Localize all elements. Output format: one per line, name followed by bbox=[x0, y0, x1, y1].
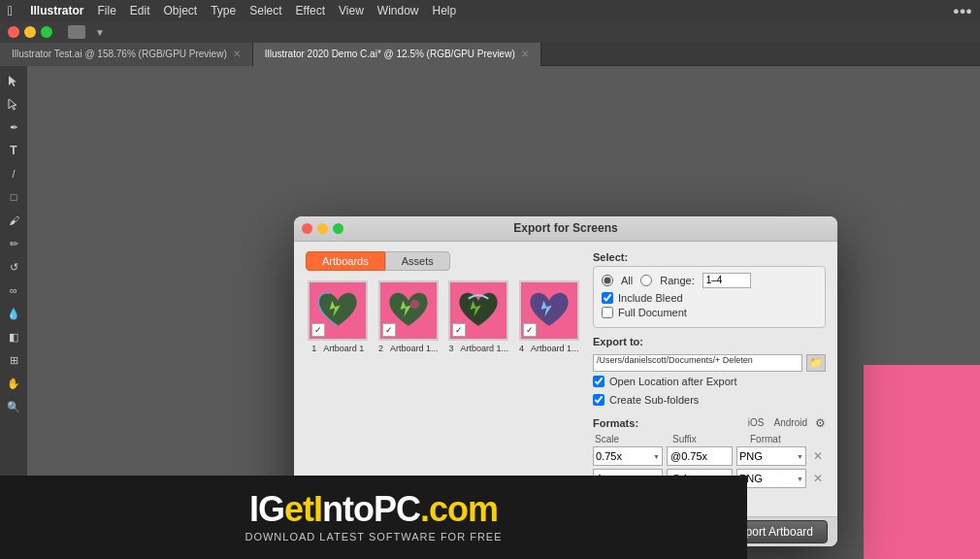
create-subfolders-label: Create Sub-folders bbox=[609, 394, 699, 406]
close-button[interactable] bbox=[8, 26, 19, 38]
tab-test-ai[interactable]: Illustrator Test.ai @ 158.76% (RGB/GPU P… bbox=[0, 43, 253, 66]
window-controls-row: ▼ bbox=[0, 21, 980, 43]
apple-menu[interactable]:  bbox=[8, 3, 13, 18]
tool-blend[interactable]: ∞ bbox=[3, 280, 24, 301]
background-artboard bbox=[864, 365, 980, 559]
maximize-button[interactable] bbox=[41, 26, 52, 38]
svg-point-2 bbox=[410, 299, 419, 308]
minimize-button[interactable] bbox=[24, 26, 36, 38]
formats-label: Formats: bbox=[593, 417, 748, 429]
range-label: Range: bbox=[660, 275, 694, 286]
home-icon[interactable] bbox=[68, 25, 85, 39]
modal-minimize-button[interactable] bbox=[317, 223, 328, 234]
banner-logo-text: IGetIntoPC.com bbox=[249, 492, 498, 527]
create-subfolders-checkbox[interactable] bbox=[593, 394, 604, 406]
create-subfolders-row: Create Sub-folders bbox=[593, 394, 826, 406]
tab-close-1[interactable]: ✕ bbox=[521, 49, 529, 59]
tab-artboards[interactable]: Artboards bbox=[306, 251, 385, 271]
artboard-item-1[interactable]: ✓ 1 Artboard 1 bbox=[306, 280, 371, 353]
tab-close-0[interactable]: ✕ bbox=[233, 49, 241, 59]
artboard-thumb-2: ✓ bbox=[378, 280, 439, 341]
menu-file[interactable]: File bbox=[97, 4, 115, 17]
tool-line[interactable]: / bbox=[3, 163, 24, 184]
time-display: ●●● bbox=[953, 5, 972, 16]
include-bleed-row: Include Bleed bbox=[602, 292, 817, 304]
format-select-1[interactable]: PNG SVG PDF JPEG bbox=[736, 446, 806, 466]
tool-direct-select[interactable] bbox=[3, 93, 24, 115]
menu-edit[interactable]: Edit bbox=[130, 4, 150, 17]
tool-eyedropper[interactable]: 💧 bbox=[3, 303, 24, 324]
tab-demo-ai[interactable]: Illustrator 2020 Demo C.ai* @ 12.5% (RGB… bbox=[253, 43, 541, 66]
gear-icon[interactable]: ⚙ bbox=[815, 416, 826, 430]
tool-rotate[interactable]: ↺ bbox=[3, 256, 24, 278]
tool-hand[interactable]: ✋ bbox=[3, 373, 24, 394]
include-bleed-label: Include Bleed bbox=[618, 292, 683, 304]
igetintopc-banner: IGetIntoPC.com Download Latest Software … bbox=[0, 476, 747, 559]
tool-gradient[interactable]: ◧ bbox=[3, 326, 24, 347]
modal-left-panel: Artboards Assets bbox=[306, 251, 581, 507]
modal-close-button[interactable] bbox=[302, 223, 312, 234]
export-path-row: /Users/danielscott/Documents/+ Deleten 📁 bbox=[593, 354, 826, 372]
range-value-input[interactable] bbox=[702, 273, 751, 288]
suffix-input-1[interactable] bbox=[667, 446, 733, 466]
full-document-checkbox[interactable] bbox=[602, 307, 613, 318]
full-document-label: Full Document bbox=[618, 307, 687, 318]
tab-assets[interactable]: Assets bbox=[385, 251, 450, 271]
modal-right-panel: Select: All Range: Include Bleed bbox=[593, 251, 826, 507]
artboard-check-2[interactable]: ✓ bbox=[382, 323, 396, 337]
menu-window[interactable]: Window bbox=[377, 4, 419, 17]
menu-select[interactable]: Select bbox=[249, 4, 281, 17]
artboard-grid: ✓ 1 Artboard 1 bbox=[306, 280, 581, 353]
menu-effect[interactable]: Effect bbox=[296, 4, 325, 17]
artboard-item-4[interactable]: ✓ 4 Artboard 1... bbox=[517, 280, 582, 353]
open-location-row: Open Location after Export bbox=[593, 376, 826, 387]
app-name: Illustrator bbox=[30, 4, 83, 17]
ios-label[interactable]: iOS bbox=[748, 417, 765, 428]
artboard-label-3: 3 Artboard 1... bbox=[448, 344, 508, 353]
tool-paintbrush[interactable]: 🖌 bbox=[3, 210, 24, 231]
radio-range[interactable] bbox=[640, 275, 652, 286]
select-options: All Range: Include Bleed Full Document bbox=[593, 266, 826, 328]
tool-type[interactable]: T bbox=[3, 140, 24, 161]
format-row-close-1[interactable]: ✕ bbox=[810, 448, 826, 464]
artboard-check-3[interactable]: ✓ bbox=[452, 323, 466, 337]
modal-tab-switcher: Artboards Assets bbox=[306, 251, 581, 271]
tool-pen[interactable]: ✒ bbox=[3, 116, 24, 138]
select-label: Select: bbox=[593, 251, 826, 263]
export-to-label: Export to: bbox=[593, 336, 826, 347]
tool-select[interactable] bbox=[3, 70, 24, 91]
artboard-label-4: 4 Artboard 1... bbox=[519, 344, 579, 353]
artboard-thumb-3: ✓ bbox=[448, 280, 508, 341]
scale-select-1[interactable]: 0.75x 1x 2x 3x 4x bbox=[593, 446, 663, 466]
export-to-section: Export to: /Users/danielscott/Documents/… bbox=[593, 336, 826, 409]
menu-type[interactable]: Type bbox=[211, 4, 236, 17]
menu-object[interactable]: Object bbox=[164, 4, 198, 17]
artboard-check-1[interactable]: ✓ bbox=[311, 323, 325, 337]
modal-titlebar: Export for Screens bbox=[294, 216, 837, 242]
artboard-item-2[interactable]: ✓ 2 Artboard 1... bbox=[376, 280, 441, 353]
artboard-check-4[interactable]: ✓ bbox=[523, 323, 537, 337]
folder-browse-button[interactable]: 📁 bbox=[806, 354, 826, 372]
radio-all[interactable] bbox=[602, 275, 613, 286]
artboard-item-3[interactable]: ✓ 3 Artboard 1... bbox=[446, 280, 511, 353]
artboard-thumb-4: ✓ bbox=[519, 280, 579, 341]
artboard-label-1: 1 Artboard 1 bbox=[311, 344, 364, 353]
open-location-checkbox[interactable] bbox=[593, 376, 604, 387]
tool-mesh[interactable]: ⊞ bbox=[3, 349, 24, 371]
menu-help[interactable]: Help bbox=[433, 4, 457, 17]
tab-bar: Illustrator Test.ai @ 158.76% (RGB/GPU P… bbox=[0, 43, 980, 66]
col-header-scale: Scale bbox=[595, 434, 672, 444]
toolbar-dropdown-arrow[interactable]: ▼ bbox=[95, 27, 105, 38]
android-label[interactable]: Android bbox=[774, 417, 807, 428]
modal-maximize-button[interactable] bbox=[333, 223, 343, 234]
tool-zoom[interactable]: 🔍 bbox=[3, 396, 24, 417]
scale-select-wrapper-1: 0.75x 1x 2x 3x 4x bbox=[593, 446, 663, 466]
menu-bar:  Illustrator File Edit Object Type Sele… bbox=[0, 0, 980, 21]
tool-rect[interactable]: □ bbox=[3, 186, 24, 208]
tool-pencil[interactable]: ✏ bbox=[3, 233, 24, 254]
include-bleed-checkbox[interactable] bbox=[602, 292, 613, 304]
open-location-label: Open Location after Export bbox=[609, 376, 736, 387]
menu-view[interactable]: View bbox=[339, 4, 364, 17]
format-row-close-2[interactable]: ✕ bbox=[810, 471, 826, 486]
traffic-lights bbox=[8, 26, 52, 38]
